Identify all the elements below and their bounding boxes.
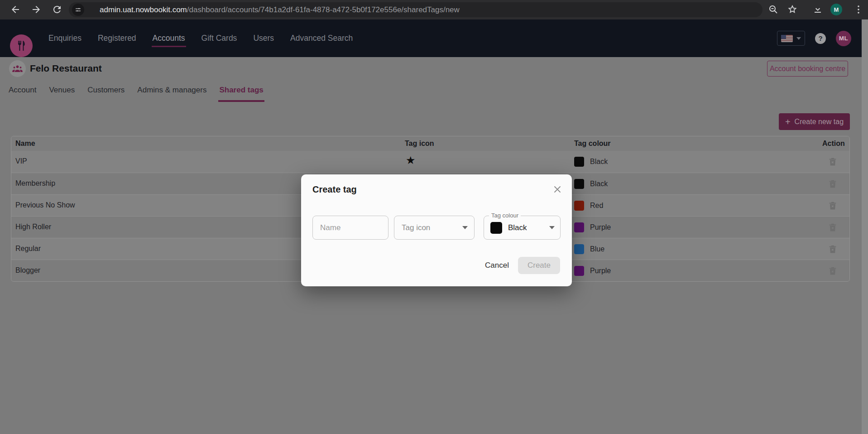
colour-name: Black [590,180,608,188]
chevron-down-icon [549,226,555,229]
tag-colour-value: Black [508,223,543,232]
tab-customers[interactable]: Customers [86,80,125,102]
delete-tag-icon[interactable] [828,266,838,276]
plus-icon: + [785,117,791,126]
app-navbar: Enquiries Registered Accounts Gift Cards… [0,19,868,57]
browser-back-icon[interactable] [10,4,21,15]
colour-swatch [574,222,584,232]
colour-name: Black [590,158,608,166]
chevron-down-icon [462,226,468,229]
browser-reload-icon[interactable] [52,4,62,15]
browser-toolbar: admin.uat.nowbookit.com/dashboard/accoun… [0,0,868,19]
column-header-name: Name [15,140,35,148]
nav-item-registered[interactable]: Registered [97,30,137,47]
page-scrollbar[interactable] [862,19,868,434]
page-header: Felo Restaurant Account booking centre [0,57,868,80]
site-info-icon[interactable] [72,4,84,16]
url-text[interactable]: admin.uat.nowbookit.com/dashboard/accoun… [100,2,460,17]
account-booking-centre-button[interactable]: Account booking centre [767,61,848,77]
colour-swatch [574,201,584,211]
download-icon[interactable] [812,4,823,15]
chevron-down-icon [796,37,801,40]
url-path: /dashboard/accounts/74b1a2df-61fa-4878-a… [187,5,460,14]
nav-item-enquiries[interactable]: Enquiries [48,30,82,47]
tag-colour-label: Tag colour [489,212,521,219]
tag-name: Previous No Show [15,201,75,209]
column-header-icon: Tag icon [405,140,434,148]
nav-item-accounts[interactable]: Accounts [152,30,186,47]
help-icon[interactable]: ? [815,33,826,44]
tag-name: VIP [15,157,27,165]
nav-item-gift-cards[interactable]: Gift Cards [201,30,238,47]
language-selector[interactable] [777,31,805,46]
nowbookit-logo-icon[interactable] [10,34,33,57]
zoom-out-icon[interactable] [768,4,779,15]
colour-name: Purple [590,267,611,275]
modal-actions: Cancel Create [485,257,560,274]
tag-icon-placeholder: Tag icon [402,223,430,232]
navbar-right: ? ML [777,19,851,57]
tag-name: High Roller [15,223,51,231]
delete-tag-icon[interactable] [828,244,838,254]
tag-name-field[interactable] [312,216,388,240]
colour-swatch [574,244,584,254]
tag-icon-select[interactable]: Tag icon [394,216,475,240]
colour-name: Blue [590,245,604,253]
modal-title: Create tag [312,184,357,195]
browser-profile-avatar[interactable]: M [830,4,842,15]
screen: admin.uat.nowbookit.com/dashboard/accoun… [0,0,868,434]
tag-colour-select[interactable]: Tag colour Black [484,216,561,240]
close-icon[interactable] [552,184,563,195]
create-tag-modal: Create tag Tag icon Tag colour Black Can… [301,174,572,286]
create-new-tag-button[interactable]: + Create new tag [779,113,850,130]
column-header-action: Action [822,140,845,148]
colour-swatch [574,157,584,167]
tag-name: Blogger [15,266,40,275]
tab-admins-managers[interactable]: Admins & managers [136,80,207,102]
table-header: Name Tag icon Tag colour Action [11,136,849,151]
tab-shared-tags[interactable]: Shared tags [218,80,264,102]
table-row: VIP ★ Black [11,151,849,173]
cancel-button[interactable]: Cancel [485,261,509,270]
account-group-icon [9,60,26,77]
account-tabs: Account Venues Customers Admins & manage… [8,80,264,102]
colour-swatch [574,179,584,189]
selected-colour-swatch [490,222,502,234]
browser-menu-icon[interactable] [853,4,864,15]
create-new-tag-label: Create new tag [795,118,844,126]
user-avatar[interactable]: ML [836,31,851,46]
delete-tag-icon[interactable] [828,157,838,167]
address-bar[interactable]: admin.uat.nowbookit.com/dashboard/accoun… [69,2,762,17]
main-nav: Enquiries Registered Accounts Gift Cards… [48,19,354,57]
tag-name: Membership [15,179,55,188]
colour-name: Red [590,202,603,210]
delete-tag-icon[interactable] [828,201,838,211]
nav-item-users[interactable]: Users [252,30,275,47]
colour-name: Purple [590,223,611,231]
column-header-colour: Tag colour [574,140,611,148]
nav-item-advanced-search[interactable]: Advanced Search [289,30,354,47]
create-button[interactable]: Create [518,257,560,274]
colour-swatch [574,266,584,276]
delete-tag-icon[interactable] [828,179,838,189]
tag-name: Regular [15,245,41,253]
url-host: admin.uat.nowbookit.com [100,5,187,14]
delete-tag-icon[interactable] [828,222,838,232]
us-flag-icon [781,35,793,42]
browser-forward-icon[interactable] [31,4,42,15]
tag-name-input[interactable] [313,216,388,239]
star-icon: ★ [406,155,416,166]
tab-account[interactable]: Account [8,80,37,102]
bookmark-star-icon[interactable] [787,4,798,15]
tab-venues[interactable]: Venues [48,80,76,102]
page-title: Felo Restaurant [30,63,102,74]
